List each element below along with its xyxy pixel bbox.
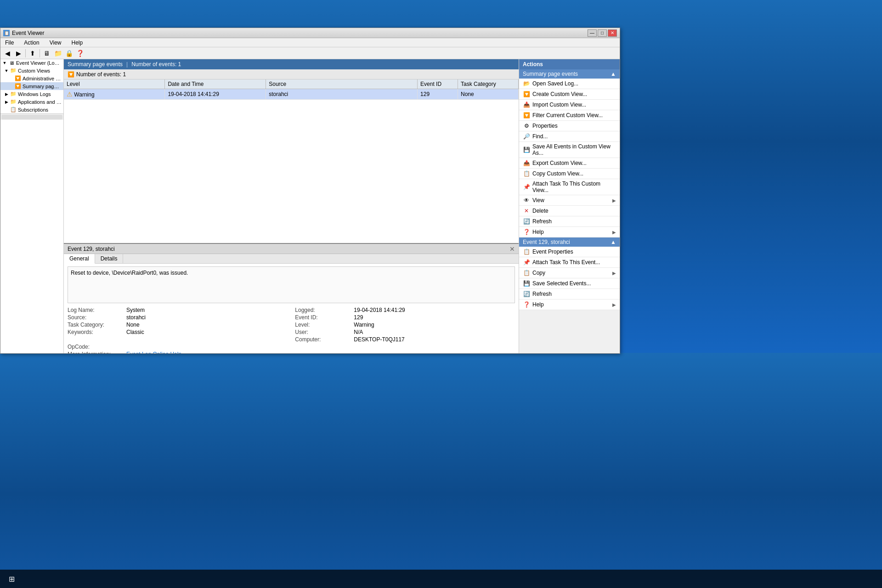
sidebar-windows-logs-label: Windows Logs xyxy=(18,91,51,97)
actions-section2-header[interactable]: Event 129, storahci ▲ xyxy=(519,237,620,247)
actions-section1-header[interactable]: Summary page events ▲ xyxy=(519,69,620,79)
help-toolbar-button[interactable]: ❓ xyxy=(75,48,85,58)
detail-panel: Event 129, storahci ✕ General Details Re… xyxy=(64,243,519,353)
maximize-button[interactable]: □ xyxy=(598,29,607,37)
sidebar-item-subscriptions[interactable]: 📋 Subscriptions xyxy=(0,106,63,113)
action-properties[interactable]: ⚙ Properties xyxy=(519,121,620,131)
event-count-bar: 🔽 Number of events: 1 xyxy=(64,69,519,79)
action-attach-task[interactable]: 📌 Attach Task To This Custom View... xyxy=(519,179,620,195)
windows-logs-icon: 📁 xyxy=(10,91,17,97)
minimize-button[interactable]: — xyxy=(588,29,597,37)
folder-button[interactable]: 📁 xyxy=(53,48,63,58)
user-label: User: xyxy=(295,329,350,335)
action-attach-task-event[interactable]: 📌 Attach Task To This Event... xyxy=(519,257,620,268)
forward-button[interactable]: ▶ xyxy=(13,48,23,58)
task-cat-value: None xyxy=(126,322,291,328)
blank-value xyxy=(354,344,515,350)
back-button[interactable]: ◀ xyxy=(2,48,12,58)
action-copy-inner: 📋 Copy xyxy=(523,269,545,277)
opcode-value xyxy=(126,344,291,350)
action-filter-custom-view[interactable]: 🔽 Filter Current Custom View... xyxy=(519,110,620,121)
cell-taskcategory: None xyxy=(458,89,519,100)
attach-task-label: Attach Task To This Custom View... xyxy=(532,181,616,193)
lock-button[interactable]: 🔒 xyxy=(64,48,74,58)
event-description: Reset to device, \Device\RaidPort0, was … xyxy=(68,266,515,303)
sidebar-item-admin-events[interactable]: 🔽 Administrative Events xyxy=(0,74,63,82)
action-event-properties[interactable]: 📋 Event Properties xyxy=(519,247,620,257)
event-properties-label: Event Properties xyxy=(532,249,573,255)
events-table-scroll[interactable]: Level Date and Time Source Event ID Task… xyxy=(64,79,519,243)
menu-bar: File Action View Help xyxy=(0,38,620,47)
up-button[interactable]: ⬆ xyxy=(28,48,38,58)
sidebar-item-custom-views[interactable]: ▼ 📁 Custom Views xyxy=(0,67,63,74)
action-copy-custom-view[interactable]: 📋 Copy Custom View... xyxy=(519,169,620,179)
action-create-custom-view[interactable]: 🔽 Create Custom View... xyxy=(519,89,620,100)
copy-arrow-icon: ▶ xyxy=(612,271,616,276)
action-find[interactable]: 🔎 Find... xyxy=(519,131,620,142)
source-value: storahci xyxy=(126,314,291,321)
computer-button[interactable]: 🖥 xyxy=(42,48,52,58)
help-section1-icon: ❓ xyxy=(523,228,530,236)
sidebar-item-summary[interactable]: 🔽 Summary page events xyxy=(0,82,63,90)
menu-action[interactable]: Action xyxy=(21,39,42,47)
window-icon: 📋 xyxy=(3,30,10,36)
action-delete[interactable]: ✕ Delete xyxy=(519,206,620,216)
action-refresh-section1[interactable]: 🔄 Refresh xyxy=(519,216,620,227)
attach-task-icon: 📌 xyxy=(523,183,530,191)
table-header-row: Level Date and Time Source Event ID Task… xyxy=(64,79,519,89)
delete-label: Delete xyxy=(532,208,548,214)
sidebar-item-root[interactable]: ▼ 🖥 Event Viewer (Local) xyxy=(0,59,63,67)
menu-help[interactable]: Help xyxy=(69,39,86,47)
event-log-online-help-link[interactable]: Event Log Online Help xyxy=(126,351,291,353)
log-name-value: System xyxy=(126,307,291,313)
sidebar: ▼ 🖥 Event Viewer (Local) ▼ 📁 Custom View… xyxy=(0,59,64,353)
menu-file[interactable]: File xyxy=(2,39,17,47)
apps-icon: 📁 xyxy=(10,99,17,105)
detail-close-button[interactable]: ✕ xyxy=(509,245,515,253)
action-view[interactable]: 👁 View ▶ xyxy=(519,195,620,206)
action-import-custom-view[interactable]: 📥 Import Custom View... xyxy=(519,100,620,110)
action-copy[interactable]: 📋 Copy ▶ xyxy=(519,268,620,278)
action-export-custom-view[interactable]: 📤 Export Custom View... xyxy=(519,158,620,169)
logged-value: 19-04-2018 14:41:29 xyxy=(354,307,515,313)
save-selected-icon: 💾 xyxy=(523,280,530,287)
computer-value: DESKTOP-T0QJ117 xyxy=(354,336,515,343)
action-open-saved-log[interactable]: 📂 Open Saved Log... xyxy=(519,79,620,89)
action-help-section2[interactable]: ❓ Help ▶ xyxy=(519,300,620,310)
help-section2-label: Help xyxy=(532,301,544,308)
copy-label: Copy xyxy=(532,270,545,276)
action-help-section1[interactable]: ❓ Help ▶ xyxy=(519,227,620,237)
breadcrumb-part1: Summary page events xyxy=(68,61,123,68)
sidebar-admin-events-label: Administrative Events xyxy=(23,76,62,81)
sidebar-item-windows-logs[interactable]: ▶ 📁 Windows Logs xyxy=(0,90,63,98)
action-help-section2-inner: ❓ Help xyxy=(523,301,544,308)
level-label: Level: xyxy=(295,322,350,328)
actions-header: Actions xyxy=(519,59,620,69)
tab-details[interactable]: Details xyxy=(95,254,124,263)
import-custom-view-label: Import Custom View... xyxy=(532,102,586,108)
cell-level: ⚠ Warning xyxy=(64,89,165,100)
open-saved-log-label: Open Saved Log... xyxy=(532,80,578,87)
menu-view[interactable]: View xyxy=(47,39,64,47)
action-refresh-section2[interactable]: 🔄 Refresh xyxy=(519,289,620,300)
user-value: N/A xyxy=(354,329,515,335)
action-save-selected-events[interactable]: 💾 Save Selected Events... xyxy=(519,278,620,289)
keywords-label: Keywords: xyxy=(68,329,123,335)
toolbar: ◀ ▶ ⬆ 🖥 📁 🔒 ❓ xyxy=(0,47,620,59)
sidebar-scrollbar[interactable] xyxy=(0,113,63,120)
tab-general[interactable]: General xyxy=(64,254,95,264)
save-selected-label: Save Selected Events... xyxy=(532,280,591,287)
create-custom-view-icon: 🔽 xyxy=(523,90,530,98)
table-row[interactable]: ⚠ Warning 19-04-2018 14:41:29 storahci 1… xyxy=(64,89,519,100)
save-all-events-icon: 💾 xyxy=(523,146,530,153)
action-save-all-events[interactable]: 💾 Save All Events in Custom View As... xyxy=(519,142,620,158)
col-taskcategory: Task Category xyxy=(458,79,519,89)
sidebar-item-apps-services[interactable]: ▶ 📁 Applications and Services Lo... xyxy=(0,98,63,106)
toolbar-separator-1 xyxy=(25,49,26,57)
export-custom-view-icon: 📤 xyxy=(523,159,530,167)
refresh-section1-icon: 🔄 xyxy=(523,218,530,225)
sidebar-root-label: Event Viewer (Local) xyxy=(16,60,62,66)
close-button[interactable]: ✕ xyxy=(608,29,617,37)
window-title: Event Viewer xyxy=(12,30,44,36)
event-id-label: Event ID: xyxy=(295,314,350,321)
